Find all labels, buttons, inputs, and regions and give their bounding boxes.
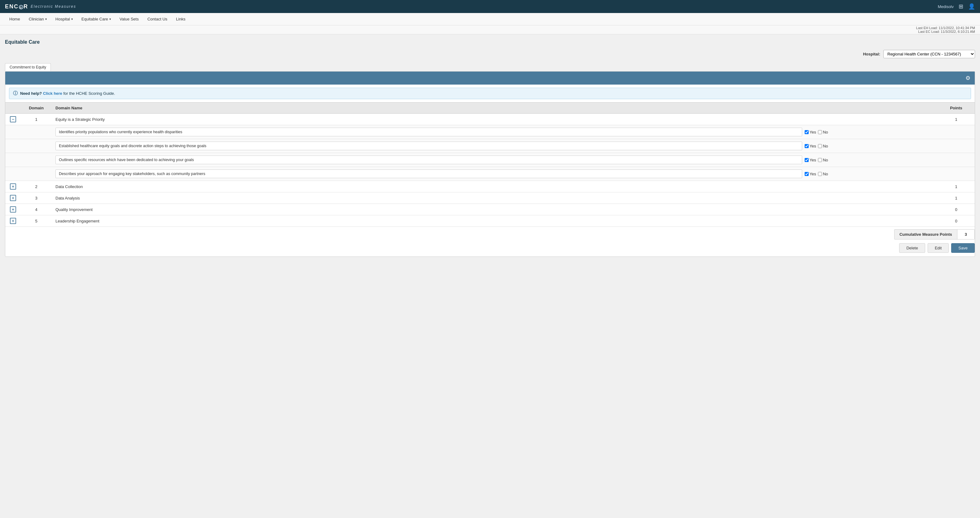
no-label-1-3[interactable]: No [818, 158, 828, 162]
eh-load: Last EH Load: 11/1/2022, 10:41:34 PM [916, 26, 975, 30]
nav-home[interactable]: Home [5, 13, 24, 25]
delete-button[interactable]: Delete [899, 243, 925, 253]
question-text-1-4: Describes your approach for engaging key… [56, 170, 802, 178]
no-label-1-4[interactable]: No [818, 172, 828, 176]
tab-bar: Commitment to Equity [5, 63, 975, 71]
cumulative-label: Cumulative Measure Points [894, 230, 958, 239]
question-text-1-2: Established healthcare equity goals and … [56, 141, 802, 150]
cumulative-value: 3 [958, 230, 974, 239]
question-radio-row-1-2: Established healthcare equity goals and … [56, 141, 934, 150]
nav-equitable-care[interactable]: Equitable Care ▾ [77, 13, 115, 25]
points-cell-1-1 [937, 125, 975, 139]
domain-points-2: 1 [937, 181, 975, 192]
user-icon[interactable]: 👤 [968, 3, 975, 10]
no-checkbox-1-2[interactable] [818, 144, 822, 148]
data-table: Domain Domain Name Points − 1 Equity is … [5, 102, 975, 227]
edit-button[interactable]: Edit [928, 243, 949, 253]
col-expand [5, 103, 21, 114]
col-points: Points [937, 103, 975, 114]
expand-icon-5[interactable]: + [10, 218, 16, 224]
table-header: Domain Domain Name Points [5, 103, 975, 114]
domain-number-4: 4 [21, 204, 52, 215]
points-cell-1-3 [937, 153, 975, 167]
logo: ENCoR Electronic Measures [5, 3, 76, 10]
yes-label-1-1[interactable]: Yes [805, 130, 816, 135]
yes-no-group-1-1: Yes No [805, 130, 828, 135]
navbar: Home Clinician ▾ Hospital ▾ Equitable Ca… [0, 13, 980, 25]
topbar-right: Medisolv ⊞ 👤 [938, 3, 975, 10]
domain-name-4: Quality Improvement [52, 204, 937, 215]
hospital-row: Hospital: Regional Health Center (CCN - … [5, 50, 975, 58]
table-row-4: + 4 Quality Improvement 0 [5, 204, 975, 215]
yes-checkbox-1-2[interactable] [805, 144, 809, 148]
points-cell-1-4 [937, 167, 975, 181]
toggle-cell-4[interactable]: + [5, 204, 21, 215]
sub-row-1-3: Outlines specific resources which have b… [5, 153, 975, 167]
yes-checkbox-1-1[interactable] [805, 130, 809, 134]
col-domain-name: Domain Name [52, 103, 937, 114]
domain-name-2: Data Collection [52, 181, 937, 192]
table-body: − 1 Equity is a Strategic Priority 1 Ide… [5, 114, 975, 227]
yes-label-1-2[interactable]: Yes [805, 144, 816, 148]
yes-no-group-1-2: Yes No [805, 144, 828, 148]
sub-row-1-2: Established healthcare equity goals and … [5, 139, 975, 153]
no-label-1-2[interactable]: No [818, 144, 828, 148]
expand-icon-3[interactable]: + [10, 195, 16, 201]
user-label: Medisolv [938, 4, 954, 9]
domain-number-5: 5 [21, 215, 52, 227]
yes-no-group-1-3: Yes No [805, 158, 828, 162]
expand-icon-4[interactable]: + [10, 207, 16, 213]
nav-value-sets[interactable]: Value Sets [115, 13, 143, 25]
nav-links[interactable]: Links [172, 13, 189, 25]
toggle-cell-2[interactable]: + [5, 181, 21, 192]
domain-points-1: 1 [937, 114, 975, 125]
question-radio-row-1-3: Outlines specific resources which have b… [56, 156, 934, 164]
expand-icon-2[interactable]: + [10, 183, 16, 190]
caret-hospital: ▾ [71, 17, 73, 21]
page-title: Equitable Care [5, 39, 975, 45]
nav-contact-us[interactable]: Contact Us [143, 13, 172, 25]
tab-commitment-to-equity[interactable]: Commitment to Equity [5, 63, 51, 71]
topbar: ENCoR Electronic Measures Medisolv ⊞ 👤 [0, 0, 980, 13]
yes-label-1-3[interactable]: Yes [805, 158, 816, 162]
question-cell-1-1: Identifies priority populations who curr… [52, 125, 937, 139]
question-text-1-1: Identifies priority populations who curr… [56, 128, 802, 136]
caret-clinician: ▾ [45, 17, 47, 21]
nav-clinician[interactable]: Clinician ▾ [24, 13, 51, 25]
cumulative-row: Cumulative Measure Points 3 [5, 229, 975, 240]
yes-label-1-4[interactable]: Yes [805, 172, 816, 176]
domain-points-4: 0 [937, 204, 975, 215]
table-row-3: + 3 Data Analysis 1 [5, 192, 975, 204]
yes-no-group-1-4: Yes No [805, 172, 828, 176]
domain-number-2: 2 [21, 181, 52, 192]
save-button[interactable]: Save [951, 243, 975, 253]
table-row-5: + 5 Leadership Engagement 0 [5, 215, 975, 227]
collapse-icon-1[interactable]: − [10, 116, 16, 122]
logo-subtitle: Electronic Measures [31, 4, 76, 9]
toggle-cell-1[interactable]: − [5, 114, 21, 125]
nav-hospital[interactable]: Hospital ▾ [51, 13, 77, 25]
yes-checkbox-1-3[interactable] [805, 158, 809, 162]
main-card: ⚙ ⓘ Need help? Click here for the HCHE S… [5, 71, 975, 257]
need-help-text: Need help? [20, 91, 42, 96]
question-cell-1-3: Outlines specific resources which have b… [52, 153, 937, 167]
caret-equitable-care: ▾ [109, 17, 111, 21]
question-cell-1-4: Describes your approach for engaging key… [52, 167, 937, 181]
no-checkbox-1-4[interactable] [818, 172, 822, 176]
hospital-select[interactable]: Regional Health Center (CCN - 1234567) [883, 50, 975, 58]
domain-number-3: 3 [21, 192, 52, 204]
toggle-cell-5[interactable]: + [5, 215, 21, 227]
yes-checkbox-1-4[interactable] [805, 172, 809, 176]
no-checkbox-1-3[interactable] [818, 158, 822, 162]
hospital-label: Hospital: [863, 52, 880, 56]
info-icon: ⓘ [13, 91, 18, 96]
no-checkbox-1-1[interactable] [818, 130, 822, 134]
click-here-link[interactable]: Click here [43, 91, 62, 96]
grid-icon[interactable]: ⊞ [959, 3, 963, 10]
no-label-1-1[interactable]: No [818, 130, 828, 135]
gear-icon[interactable]: ⚙ [966, 75, 970, 81]
domain-number-1: 1 [21, 114, 52, 125]
toggle-cell-3[interactable]: + [5, 192, 21, 204]
domain-points-3: 1 [937, 192, 975, 204]
points-cell-1-2 [937, 139, 975, 153]
